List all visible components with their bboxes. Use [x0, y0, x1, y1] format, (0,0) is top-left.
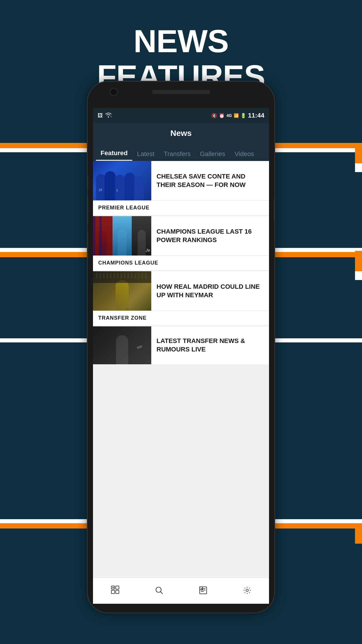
news-title-2: CHAMPIONS LEAGUE LAST 16 POWER RANKINGS	[157, 228, 264, 244]
news-icon	[199, 586, 208, 596]
phone-camera-bar	[88, 90, 274, 94]
phone-camera	[110, 88, 118, 96]
news-content-1: CHELSEA SAVE CONTE AND THEIR SEASON — FO…	[151, 161, 269, 200]
svg-rect-2	[116, 586, 119, 589]
nav-search[interactable]	[147, 581, 171, 601]
tab-galleries[interactable]: Galleries	[195, 147, 230, 161]
phone-speaker	[152, 90, 210, 94]
news-item-1[interactable]: 23 5 CHELSEA SAVE CONTE AND THEIR SEASON…	[93, 161, 269, 215]
news-item-3[interactable]: HOW REAL MADRID COULD LINE UP WITH NEYMA…	[93, 271, 269, 325]
svg-rect-13	[200, 587, 203, 590]
phone-screen: 🖼 ? 🔇 ⏰	[93, 108, 269, 604]
news-category-bar-3: TRANSFER ZONE	[93, 311, 269, 325]
right-stripe-white-1	[355, 163, 362, 172]
news-thumb-1: 23 5	[93, 161, 151, 200]
news-list: 23 5 CHELSEA SAVE CONTE AND THEIR SEASON…	[93, 161, 269, 604]
battery-icon: 🔋	[240, 113, 246, 118]
news-title-4: LATEST TRANSFER NEWS & RUMOURS LIVE	[157, 337, 264, 354]
search-icon	[155, 586, 164, 596]
news-thumb-4	[93, 326, 151, 364]
alarm-icon: ⏰	[219, 113, 225, 118]
news-content-4: LATEST TRANSFER NEWS & RUMOURS LIVE	[151, 326, 269, 364]
svg-rect-4	[116, 590, 119, 594]
svg-text:?: ?	[110, 116, 112, 118]
status-right-icons: 🔇 ⏰ 4G 📶 🔋 11:44	[211, 112, 264, 119]
news-category-2: CHAMPIONS LEAGUE	[98, 260, 158, 266]
svg-point-14	[246, 589, 248, 592]
signal-icon: 📶	[234, 113, 239, 118]
news-thumb-3	[93, 271, 151, 311]
settings-icon	[243, 586, 252, 596]
mute-icon: 🔇	[211, 113, 217, 118]
nav-scores[interactable]	[103, 581, 127, 601]
news-title-3: HOW REAL MADRID COULD LINE UP WITH NEYMA…	[157, 283, 264, 299]
right-stripe-orange-2	[355, 251, 362, 271]
tab-latest[interactable]: Latest	[132, 147, 159, 161]
news-title-1: CHELSEA SAVE CONTE AND THEIR SEASON — FO…	[157, 172, 264, 189]
network-icon: 4G	[226, 113, 232, 118]
nav-settings[interactable]	[236, 581, 259, 601]
right-stripe-orange-1	[355, 143, 362, 163]
phone-inner: 🖼 ? 🔇 ⏰	[88, 82, 274, 612]
app-header-title: News	[170, 129, 191, 138]
tab-featured[interactable]: Featured	[96, 146, 132, 161]
news-item-2[interactable]: Je CHAMPIONS LEAGUE LAST 16 POWER RANKIN…	[93, 216, 269, 270]
svg-point-7	[156, 587, 161, 592]
nav-news[interactable]	[191, 581, 215, 601]
news-category-bar-2: CHAMPIONS LEAGUE	[93, 256, 269, 270]
news-thumb-2: Je	[93, 216, 151, 256]
news-item-4[interactable]: LATEST TRANSFER NEWS & RUMOURS LIVE	[93, 326, 269, 364]
svg-rect-3	[111, 590, 115, 594]
phone-frame: 🖼 ? 🔇 ⏰	[88, 82, 274, 612]
svg-line-8	[161, 592, 163, 594]
news-category-1: PREMIER LEAGUE	[98, 205, 150, 211]
tab-bar: Featured Latest Transfers Galleries Vide…	[93, 144, 269, 161]
image-icon: 🖼	[98, 113, 103, 119]
news-content-3: HOW REAL MADRID COULD LINE UP WITH NEYMA…	[151, 271, 269, 311]
scores-icon	[111, 585, 120, 596]
right-stripe-orange-3	[355, 523, 362, 544]
app-header: News	[93, 123, 269, 144]
tab-transfers[interactable]: Transfers	[159, 147, 195, 161]
status-time: 11:44	[248, 112, 264, 119]
news-content-2: CHAMPIONS LEAGUE LAST 16 POWER RANKINGS	[151, 216, 269, 256]
news-category-bar-1: PREMIER LEAGUE	[93, 200, 269, 215]
wifi-icon: ?	[105, 112, 112, 119]
status-left-icons: 🖼 ?	[98, 112, 112, 119]
tab-videos[interactable]: Videos	[230, 147, 259, 161]
status-bar: 🖼 ? 🔇 ⏰	[93, 108, 269, 123]
bottom-nav	[93, 578, 269, 604]
news-category-3: TRANSFER ZONE	[98, 315, 147, 321]
right-stripe-white-2	[355, 271, 362, 280]
